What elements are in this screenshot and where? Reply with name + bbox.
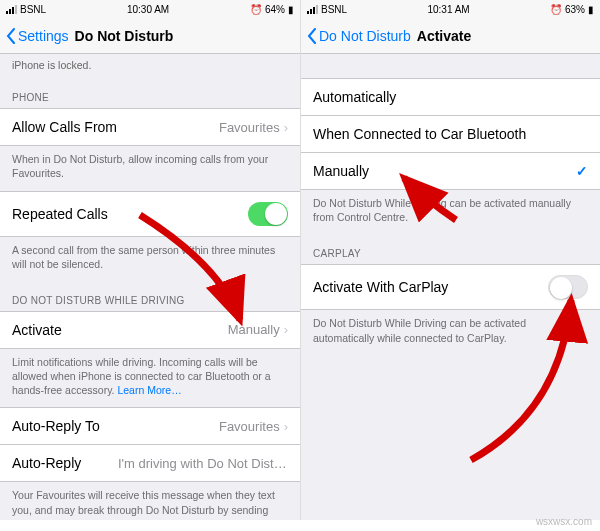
footer-allow-calls: When in Do Not Disturb, allow incoming c…: [0, 146, 300, 190]
page-title: Activate: [417, 28, 471, 44]
back-button[interactable]: Settings: [6, 28, 69, 44]
nav-bar: Do Not Disturb Activate: [301, 18, 600, 54]
clock-label: 10:30 AM: [127, 4, 169, 15]
learn-more-link[interactable]: Learn More…: [117, 384, 181, 396]
row-allow-calls-from[interactable]: Allow Calls From Favourites ›: [0, 108, 300, 146]
footer-carplay: Do Not Disturb While Driving can be acti…: [301, 310, 600, 354]
row-activate-carplay: Activate With CarPlay: [301, 264, 600, 310]
status-bar: BSNL 10:30 AM ⏰ 64% ▮: [0, 0, 300, 18]
row-auto-reply-to[interactable]: Auto-Reply To Favourites ›: [0, 407, 300, 445]
screen-activate: BSNL 10:31 AM ⏰ 63% ▮ Do Not Disturb Act…: [300, 0, 600, 520]
footer-repeated-calls: A second call from the same person withi…: [0, 237, 300, 281]
footer-activate: Limit notifications while driving. Incom…: [0, 349, 300, 408]
row-activate[interactable]: Activate Manually ›: [0, 311, 300, 349]
row-manually[interactable]: Manually ✓: [301, 153, 600, 190]
row-car-bluetooth[interactable]: When Connected to Car Bluetooth: [301, 116, 600, 153]
row-label: When Connected to Car Bluetooth: [313, 126, 526, 142]
battery-label: 63%: [565, 4, 585, 15]
toggle-repeated-calls[interactable]: [248, 202, 288, 226]
row-label: Auto-Reply To: [12, 418, 100, 434]
footer-auto-reply: Your Favourites will receive this messag…: [0, 482, 300, 520]
alarm-icon: ⏰: [250, 4, 262, 15]
page-title: Do Not Disturb: [75, 28, 174, 44]
battery-label: 64%: [265, 4, 285, 15]
carrier-label: BSNL: [20, 4, 46, 15]
truncated-footer-top: iPhone is locked.: [0, 54, 300, 78]
back-label: Settings: [18, 28, 69, 44]
checkmark-icon: ✓: [576, 163, 588, 179]
back-label: Do Not Disturb: [319, 28, 411, 44]
row-label: Auto-Reply: [12, 455, 81, 471]
signal-icon: [6, 5, 17, 14]
chevron-left-icon: [307, 28, 317, 44]
signal-icon: [307, 5, 318, 14]
row-automatically[interactable]: Automatically: [301, 78, 600, 116]
row-label: Repeated Calls: [12, 206, 108, 222]
status-bar: BSNL 10:31 AM ⏰ 63% ▮: [301, 0, 600, 18]
row-label: Allow Calls From: [12, 119, 117, 135]
footer-manually: Do Not Disturb While Driving can be acti…: [301, 190, 600, 234]
nav-bar: Settings Do Not Disturb: [0, 18, 300, 54]
chevron-right-icon: ›: [284, 322, 288, 337]
section-header-carplay: CARPLAY: [301, 234, 600, 264]
chevron-left-icon: [6, 28, 16, 44]
row-auto-reply[interactable]: Auto-Reply I'm driving with Do Not Distu…: [0, 445, 300, 482]
battery-icon: ▮: [588, 4, 594, 15]
row-label: Activate: [12, 322, 62, 338]
section-header-driving: DO NOT DISTURB WHILE DRIVING: [0, 281, 300, 311]
chevron-right-icon: ›: [284, 120, 288, 135]
row-repeated-calls: Repeated Calls: [0, 191, 300, 237]
carrier-label: BSNL: [321, 4, 347, 15]
watermark-label: wsxwsx.com: [536, 516, 592, 527]
section-header-phone: PHONE: [0, 78, 300, 108]
battery-icon: ▮: [288, 4, 294, 15]
back-button[interactable]: Do Not Disturb: [307, 28, 411, 44]
screen-do-not-disturb: BSNL 10:30 AM ⏰ 64% ▮ Settings Do Not Di…: [0, 0, 300, 520]
chevron-right-icon: ›: [284, 419, 288, 434]
row-value: Favourites: [219, 419, 280, 434]
row-value: I'm driving with Do Not Disturb…: [118, 456, 288, 471]
alarm-icon: ⏰: [550, 4, 562, 15]
toggle-carplay[interactable]: [548, 275, 588, 299]
row-label: Automatically: [313, 89, 396, 105]
clock-label: 10:31 AM: [427, 4, 469, 15]
row-value: Favourites: [219, 120, 280, 135]
row-label: Activate With CarPlay: [313, 279, 448, 295]
row-value: Manually: [228, 322, 280, 337]
row-label: Manually: [313, 163, 369, 179]
